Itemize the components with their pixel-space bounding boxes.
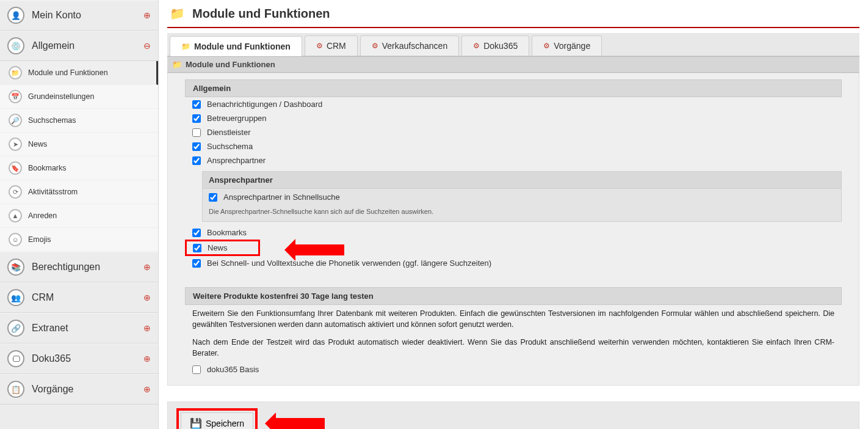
checkbox-row: Ansprechpartner — [185, 153, 842, 167]
checkbox[interactable] — [192, 142, 201, 151]
sidebar-group-label: Allgemein — [32, 40, 143, 51]
sidebar-group-icon: 👤 — [7, 7, 24, 24]
sidebar-group-icon: 🔗 — [7, 320, 24, 337]
checkbox-row-highlighted: News — [185, 240, 260, 256]
sidebar-group-icon: 📋 — [7, 381, 24, 398]
sidebar-item-news[interactable]: ➤News — [0, 133, 158, 156]
checkbox-label: Benachrichtigungen / Dashboard — [207, 100, 322, 109]
tab-doku365[interactable]: ⚙Doku365 — [461, 35, 529, 56]
gear-icon: ⚙ — [473, 42, 480, 50]
sidebar-item-label: Module und Funktionen — [28, 68, 108, 77]
checkbox[interactable] — [192, 229, 201, 237]
tab-module-und-funktionen[interactable]: 📁Module und Funktionen — [170, 36, 302, 56]
tab-label: Vorgänge — [554, 41, 590, 51]
folder-icon: 📁 — [172, 60, 182, 69]
content-card: Allgemein Benachrichtigungen / Dashboard… — [167, 73, 859, 386]
sidebar-item-module-und-funktionen[interactable]: 📁Module und Funktionen — [0, 61, 158, 85]
checkbox[interactable] — [192, 156, 201, 165]
weitere-desc-1: Erweitern Sie den Funktionsumfang Ihrer … — [185, 305, 842, 334]
sidebar-item-icon: ➤ — [9, 138, 22, 151]
sidebar-item-grundeinstellungen[interactable]: 📅Grundeinstellungen — [0, 85, 158, 109]
sidebar-item-anreden[interactable]: ▲Anreden — [0, 204, 158, 228]
checkbox-row: Suchschema — [185, 139, 842, 153]
checkbox-row-doku365: doku365 Basis — [185, 362, 842, 376]
sidebar-item-icon: 📅 — [9, 90, 22, 103]
checkbox-label: Ansprechpartner — [207, 156, 266, 165]
gear-icon: ⚙ — [543, 42, 550, 50]
expand-icon: ⊖ — [143, 41, 151, 51]
checkbox-label: doku365 Basis — [207, 365, 259, 374]
sidebar-group-label: Doku365 — [32, 353, 143, 364]
sidebar-item-label: Anreden — [28, 211, 57, 220]
expand-icon: ⊕ — [143, 10, 151, 20]
sidebar-group-doku365[interactable]: 🖵Doku365⊕ — [0, 343, 158, 374]
expand-icon: ⊕ — [143, 384, 151, 394]
page-title-row: 📁 Module und Funktionen — [167, 0, 859, 27]
ansprechpartner-block: Ansprechpartner Ansprechpartner in Schne… — [202, 171, 842, 222]
checkbox-label: News — [208, 243, 228, 252]
sidebar-group-mein-konto[interactable]: 👤Mein Konto⊕ — [0, 0, 158, 31]
save-button[interactable]: 💾 Speichern — [181, 413, 253, 429]
sidebar: 👤Mein Konto⊕💿Allgemein⊖📁Module und Funkt… — [0, 0, 159, 429]
sidebar-item-bookmarks[interactable]: 🔖Bookmarks — [0, 156, 158, 180]
checkbox-label: Suchschema — [207, 142, 253, 151]
sidebar-group-label: Extranet — [32, 323, 143, 334]
save-highlight-annotation: 💾 Speichern — [176, 408, 258, 429]
ansprechpartner-subheader: Ansprechpartner — [203, 172, 841, 189]
red-divider — [167, 27, 859, 28]
sidebar-item-icon: 📁 — [9, 66, 22, 79]
group-allgemein-header: Allgemein — [185, 79, 842, 97]
tab-label: Doku365 — [483, 41, 518, 51]
sidebar-group-label: Vorgänge — [32, 384, 143, 395]
weitere-desc-2: Nach dem Ende der Testzeit wird das Prod… — [185, 334, 842, 362]
sidebar-group-extranet[interactable]: 🔗Extranet⊕ — [0, 313, 158, 343]
sidebar-item-suchschemas[interactable]: 🔎Suchschemas — [0, 109, 158, 133]
sidebar-group-icon: 💿 — [7, 37, 24, 54]
gear-icon: ⚙ — [316, 42, 323, 50]
checkbox-label: Bookmarks — [207, 228, 247, 237]
sidebar-group-vorgänge[interactable]: 📋Vorgänge⊕ — [0, 374, 158, 405]
tab-label: CRM — [327, 41, 346, 51]
sidebar-item-icon: ⟳ — [9, 185, 22, 199]
save-icon: 💾 — [190, 417, 202, 429]
checkbox[interactable] — [193, 244, 201, 252]
folder-icon: 📁 — [170, 6, 185, 21]
tab-bar: 📁Module und Funktionen⚙CRM⚙Verkaufschanc… — [167, 33, 859, 56]
expand-icon: ⊕ — [143, 354, 151, 364]
section-header: 📁 Module und Funktionen — [167, 56, 859, 73]
checkbox-ansprech-schnell[interactable] — [209, 193, 217, 202]
sidebar-group-icon: 🖵 — [7, 350, 24, 367]
sidebar-item-emojis[interactable]: ☺Emojis — [0, 228, 158, 252]
checkbox-label: Dienstleister — [207, 128, 251, 137]
checkbox-label: Betreuergruppen — [207, 114, 267, 123]
checkbox-label: Bei Schnell- und Volltextsuche die Phone… — [207, 258, 491, 268]
sidebar-group-crm[interactable]: 👥CRM⊕ — [0, 282, 158, 313]
sidebar-item-label: Aktivitätsstrom — [28, 188, 78, 196]
sidebar-item-aktivitätsstrom[interactable]: ⟳Aktivitätsstrom — [0, 180, 158, 204]
tab-vorgänge[interactable]: ⚙Vorgänge — [532, 35, 602, 56]
page-title: Module und Funktionen — [192, 7, 330, 21]
sidebar-item-label: News — [28, 140, 47, 148]
checkbox-row: Bookmarks — [185, 226, 842, 240]
sidebar-item-icon: ☺ — [9, 233, 22, 246]
checkbox-row: Dienstleister — [185, 125, 842, 139]
checkbox-row: Bei Schnell- und Volltextsuche die Phone… — [185, 256, 842, 270]
checkbox[interactable] — [192, 128, 201, 137]
tab-crm[interactable]: ⚙CRM — [305, 35, 358, 56]
ansprech-hint: Die Ansprechpartner-Schnellsuche kann si… — [203, 205, 841, 221]
tab-label: Verkaufschancen — [382, 41, 447, 51]
checkbox[interactable] — [192, 259, 201, 268]
sidebar-item-label: Suchschemas — [28, 116, 76, 125]
tab-verkaufschancen[interactable]: ⚙Verkaufschancen — [360, 35, 459, 56]
save-bar: 💾 Speichern — [167, 402, 859, 429]
sidebar-item-label: Bookmarks — [28, 164, 67, 172]
sidebar-group-allgemein[interactable]: 💿Allgemein⊖ — [0, 31, 158, 61]
checkbox-doku365[interactable] — [192, 365, 201, 374]
checkbox[interactable] — [192, 114, 201, 123]
checkbox[interactable] — [192, 100, 201, 109]
sidebar-group-label: Berechtigungen — [32, 262, 143, 273]
folder-icon: 📁 — [181, 42, 190, 51]
checkbox-label: Ansprechpartner in Schnellsuche — [223, 193, 340, 202]
sidebar-group-berechtigungen[interactable]: 📚Berechtigungen⊕ — [0, 252, 158, 282]
save-button-label: Speichern — [206, 419, 244, 428]
